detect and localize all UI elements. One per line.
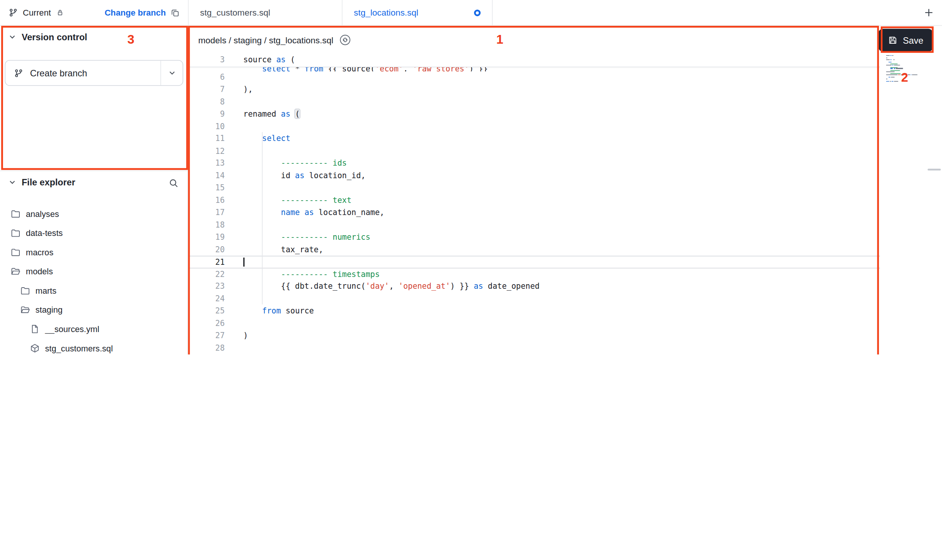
branch-name: Current [23, 8, 51, 17]
create-branch-main[interactable]: Create branch [5, 68, 160, 78]
code-line-26[interactable]: 26 [188, 317, 880, 329]
code-line-18[interactable]: 18 [188, 219, 880, 231]
code-line-8[interactable]: 8 [188, 96, 880, 108]
line-content: source as ( [229, 54, 880, 66]
line-number: 26 [188, 317, 229, 329]
code-line-28[interactable]: 28 [188, 342, 880, 354]
line-content: select [229, 133, 880, 145]
line-number: 3 [188, 54, 229, 66]
file-tree-item-macros[interactable]: macros [2, 242, 182, 262]
chevron-down-icon [8, 33, 16, 41]
code-line-11[interactable]: 11 select [188, 133, 880, 145]
git-branch-icon [14, 68, 23, 78]
file-name: staging [35, 305, 62, 315]
code-token: source [281, 306, 314, 315]
line-number: 20 [188, 244, 229, 256]
code-line-7[interactable]: 7), [188, 84, 880, 96]
minimap-line [886, 79, 917, 79]
sidebar: Version control Create branch File explo… [0, 26, 188, 354]
editor-pane: models / staging / stg_locations.sql Sav… [188, 26, 942, 354]
copy-link-icon[interactable] [339, 34, 351, 46]
code-line-27[interactable]: 27) [188, 330, 880, 342]
code-token: as [474, 282, 483, 291]
tab-stg-locations-sql[interactable]: stg_locations.sql [343, 0, 493, 25]
minimap-line [886, 60, 917, 61]
code-line-20[interactable]: 20 tax_rate, [188, 244, 880, 256]
code-line-15[interactable]: 15 [188, 182, 880, 194]
code-token: , [403, 67, 413, 71]
minimap[interactable] [886, 55, 917, 83]
file-tree-item-marts[interactable]: marts [2, 281, 182, 301]
line-number: 18 [188, 219, 229, 231]
code-line-3[interactable]: 3source as ( [188, 54, 880, 67]
line-number: 12 [188, 145, 229, 157]
file-tree-item-models[interactable]: models [2, 262, 182, 281]
line-number: 16 [188, 194, 229, 206]
minimap-line [886, 78, 917, 79]
create-branch-button[interactable]: Create branch [5, 60, 183, 86]
line-number: 15 [188, 182, 229, 194]
line-content: ), [229, 84, 880, 96]
line-content: renamed as ( [229, 108, 880, 120]
save-button[interactable]: Save [878, 29, 933, 52]
folder-icon [11, 228, 20, 238]
minimap-line [886, 65, 917, 66]
top-bar: Current Change branch stg_customers.sql … [0, 0, 942, 26]
line-content [229, 256, 880, 267]
code-line-10[interactable]: 10 [188, 120, 880, 133]
change-branch-button[interactable]: Change branch [105, 8, 179, 17]
file-name: data-tests [26, 228, 63, 238]
line-content: ---------- timestamps [229, 268, 880, 280]
line-number: 10 [188, 120, 229, 133]
code-line-6[interactable]: 6 [188, 71, 880, 83]
model-icon [30, 343, 40, 353]
panel-resize-handle[interactable] [928, 169, 941, 171]
minimap-line [886, 72, 917, 73]
file-tree-item-data-tests[interactable]: data-tests [2, 223, 182, 243]
minimap-line [886, 67, 917, 68]
current-branch[interactable]: Current [8, 8, 64, 17]
save-label: Save [903, 35, 923, 45]
code-token: from [304, 67, 323, 71]
minimap-line [886, 59, 917, 59]
file-tree-item-staging[interactable]: staging [2, 300, 182, 320]
new-tab-button[interactable] [923, 6, 935, 19]
code-line-13[interactable]: 13 ---------- ids [188, 157, 880, 169]
code-line-25[interactable]: 25 from source [188, 305, 880, 317]
code-token: {{ source( [323, 67, 375, 71]
code-line-24[interactable]: 24 [188, 293, 880, 305]
code-line-14[interactable]: 14 id as location_id, [188, 169, 880, 182]
code-line[interactable]: select * from {{ source('ecom', 'raw_sto… [188, 67, 880, 71]
code-token: renamed [243, 109, 281, 119]
create-branch-dropdown[interactable] [161, 69, 183, 77]
code-token: {{ dbt.date_trunc( [243, 282, 366, 291]
tab-stg-customers-sql[interactable]: stg_customers.sql [188, 0, 343, 25]
file-tree-item-analyses[interactable]: analyses [2, 204, 182, 223]
code-line-22[interactable]: 22 ---------- timestamps [188, 268, 880, 280]
file-icon [30, 324, 40, 334]
file-tree-item-stg_customers.sql[interactable]: stg_customers.sql [2, 339, 182, 354]
code-line-12[interactable]: 12 [188, 145, 880, 157]
version-control-header[interactable]: Version control [8, 32, 87, 42]
code-token: tax_rate, [243, 245, 323, 254]
minimap-line [886, 74, 917, 75]
code-line-21[interactable]: 21 [188, 256, 880, 268]
code-token: 'raw_stores' [412, 67, 469, 71]
code-line-17[interactable]: 17 name as location_name, [188, 207, 880, 219]
code-token [243, 269, 281, 278]
search-icon[interactable] [169, 178, 179, 188]
git-branch-icon [8, 8, 18, 17]
code-token: location_name, [314, 208, 385, 217]
minimap-line [886, 57, 917, 58]
file-explorer-header[interactable]: File explorer [8, 177, 75, 187]
file-tree-item-__sources.yml[interactable]: __sources.yml [2, 320, 182, 339]
line-number: 6 [188, 71, 229, 83]
code-line-23[interactable]: 23 {{ dbt.date_trunc('day', 'opened_at')… [188, 280, 880, 293]
code-line-16[interactable]: 16 ---------- text [188, 194, 880, 206]
file-name: stg_customers.sql [45, 343, 113, 353]
code-line-9[interactable]: 9renamed as ( [188, 108, 880, 120]
code-line-29[interactable]: 29select * from renamed [188, 354, 880, 354]
code-line-19[interactable]: 19 ---------- numerics [188, 231, 880, 243]
code-token: as [304, 208, 314, 217]
code-editor[interactable]: 3source as ( select * from {{ source('ec… [188, 54, 880, 354]
